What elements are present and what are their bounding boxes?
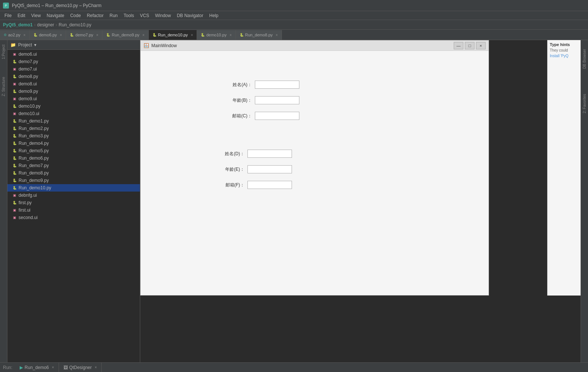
tab-close-run-demo10[interactable]: × [191, 33, 193, 37]
tree-item-demo8py[interactable]: 🐍 demo8.py [7, 73, 140, 80]
tab-demo10[interactable]: 🐍 demo10.py × [197, 30, 236, 40]
py-icon-rundemo5: 🐍 [12, 148, 17, 153]
ui-icon-second: ▣ [12, 215, 17, 220]
form2-name-group: 姓名(D)： [215, 150, 481, 158]
py-icon-rundemo10: 🐍 [12, 185, 17, 190]
tree-item-firstpy[interactable]: 🐍 first.py [7, 199, 140, 206]
menu-run[interactable]: Run [106, 11, 121, 20]
tab-run-demo9[interactable]: 🐍 Run_demo9.py × [102, 30, 148, 40]
form2-name-input[interactable] [247, 150, 292, 158]
tab-demo7[interactable]: 🐍 demo7.py × [66, 30, 102, 40]
tab-close-run-demo9[interactable]: × [142, 33, 145, 37]
tree-item-rundemo5[interactable]: 🐍 Run_demo5.py [7, 147, 140, 154]
tree-item-rundemo10[interactable]: 🐍 Run_demo10.py [7, 184, 140, 192]
tree-item-rundemo3[interactable]: 🐍 Run_demo3.py [7, 132, 140, 140]
form2-email-label: 邮箱(F)： [215, 182, 244, 188]
sidebar-item-project[interactable]: 1:Project [1, 43, 6, 61]
tab-close-run-demo8[interactable]: × [276, 33, 278, 37]
form1-name-input[interactable] [255, 81, 299, 89]
tab-run-demo10[interactable]: 🐍 Run_demo10.py × [149, 30, 197, 40]
tab-close-demo10[interactable]: × [230, 33, 232, 37]
tree-item-demo7ui[interactable]: ▣ demo7.ui [7, 65, 140, 73]
form2-email-input[interactable] [247, 181, 292, 189]
type-hints-link[interactable]: Install 'PyQ [550, 54, 578, 58]
qt-maximize-button[interactable]: □ [465, 42, 474, 49]
folder-icon: 📁 [10, 42, 16, 48]
tree-item-rundemo1[interactable]: 🐍 Run_demo1.py [7, 117, 140, 125]
sidebar-item-db-browser[interactable]: DB Browser [582, 48, 587, 70]
menu-refactor[interactable]: Refactor [84, 11, 106, 20]
breadcrumb-file[interactable]: Run_demo10.py [59, 22, 91, 27]
tab-ao2[interactable]: ⚙ ao2.py × [0, 30, 30, 40]
tree-item-rundemo4[interactable]: 🐍 Run_demo4.py [7, 140, 140, 147]
tree-item-debnfgui[interactable]: ▣ debnfg.ui [7, 192, 140, 199]
tree-item-demo10ui[interactable]: ▣ demo10.ui [7, 110, 140, 117]
menu-db-navigator[interactable]: DB Navigator [174, 11, 206, 20]
bottom-tab-run-demo6[interactable]: ▶ Run_demo6 × [15, 363, 59, 372]
section-gap [148, 127, 481, 150]
form1-age-label: 年龄(B)： [222, 97, 252, 104]
py-icon-rundemo8: 🐍 [12, 170, 17, 176]
app-icon: P [3, 3, 9, 9]
project-title: Project [18, 42, 32, 48]
py-icon-rundemo4: 🐍 [12, 141, 17, 146]
sidebar-item-favorites[interactable]: 2: Favorites [582, 92, 587, 115]
tree-item-rundemo7[interactable]: 🐍 Run_demo7.py [7, 162, 140, 169]
tab-demo6[interactable]: 🐍 demo6.py × [30, 30, 66, 40]
py-icon-demo8py: 🐍 [12, 74, 17, 79]
ui-icon-demo9ui: ▣ [12, 96, 17, 101]
tree-item-rundemo2[interactable]: 🐍 Run_demo2.py [7, 125, 140, 132]
menu-vcs[interactable]: VCS [137, 11, 152, 20]
menu-tools[interactable]: Tools [121, 11, 137, 20]
tree-item-firstui[interactable]: ▣ first.ui [7, 206, 140, 214]
tab-close-demo6[interactable]: × [60, 33, 62, 37]
tree-item-demo6ui[interactable]: ▣ demo6.ui [7, 50, 140, 58]
form1-name-group: 姓名(A)： [222, 81, 481, 89]
menu-window[interactable]: Window [152, 11, 174, 20]
breadcrumb-root[interactable]: PyQt5_demo1 [3, 22, 33, 27]
form1-email-group: 邮箱(C)： [222, 112, 481, 120]
tab-icon-run-demo10: 🐍 [152, 33, 157, 37]
form1-age-input[interactable] [255, 96, 299, 104]
py-icon-rundemo6: 🐍 [12, 156, 17, 161]
form2-age-label: 年龄(E)： [215, 166, 244, 173]
form2-age-input[interactable] [247, 165, 292, 173]
project-panel-header: 📁 Project ▾ [7, 40, 140, 50]
menu-file[interactable]: File [1, 11, 14, 20]
tree-item-demo9ui[interactable]: ▣ demo9.ui [7, 95, 140, 102]
ui-icon-demo7ui: ▣ [12, 66, 17, 72]
menu-help[interactable]: Help [206, 11, 221, 20]
bottom-tab-qtdesigner[interactable]: 🖼 QtDesigner × [59, 363, 102, 372]
tab-run-demo8[interactable]: 🐍 Run_demo8.py × [236, 30, 282, 40]
tree-item-demo8ui[interactable]: ▣ demo8.ui [7, 80, 140, 88]
menu-navigate[interactable]: Navigate [44, 11, 67, 20]
tree-item-secondui[interactable]: ▣ second.ui [7, 214, 140, 221]
tree-item-rundemo6[interactable]: 🐍 Run_demo6.py [7, 154, 140, 162]
tree-item-demo7py[interactable]: 🐍 demo7.py [7, 58, 140, 65]
qt-title-controls: — □ × [454, 42, 486, 49]
bottom-tab-close-demo6[interactable]: × [52, 365, 54, 369]
qt-close-button[interactable]: × [476, 42, 486, 49]
form1-email-input[interactable] [255, 112, 299, 120]
ui-icon-demo8ui: ▣ [12, 81, 17, 87]
tree-item-demo10py[interactable]: 🐍 demo10.py [7, 102, 140, 110]
tab-close-demo7[interactable]: × [96, 33, 98, 37]
type-hints-panel: Type hints They could Install 'PyQ [547, 40, 581, 296]
form1-email-label: 邮箱(C)： [222, 113, 252, 119]
menu-view[interactable]: View [28, 11, 44, 20]
sidebar-item-structure[interactable]: Z: Structure [1, 75, 6, 98]
breadcrumb-folder[interactable]: designer [37, 22, 54, 27]
py-icon-first: 🐍 [12, 200, 17, 205]
bottom-tab-close-qtdesigner[interactable]: × [95, 365, 97, 369]
py-icon-demo9py: 🐍 [12, 89, 17, 94]
tab-close-ao2[interactable]: × [23, 33, 26, 37]
menu-code[interactable]: Code [67, 11, 84, 20]
run-icon-demo6: ▶ [20, 365, 23, 370]
form2-email-group: 邮箱(F)： [215, 181, 481, 189]
tree-item-rundemo9[interactable]: 🐍 Run_demo9.py [7, 177, 140, 184]
dropdown-icon[interactable]: ▾ [34, 42, 36, 48]
qt-minimize-button[interactable]: — [454, 42, 463, 49]
tree-item-demo9py[interactable]: 🐍 demo9.py [7, 88, 140, 95]
tree-item-rundemo8[interactable]: 🐍 Run_demo8.py [7, 169, 140, 177]
menu-edit[interactable]: Edit [14, 11, 28, 20]
